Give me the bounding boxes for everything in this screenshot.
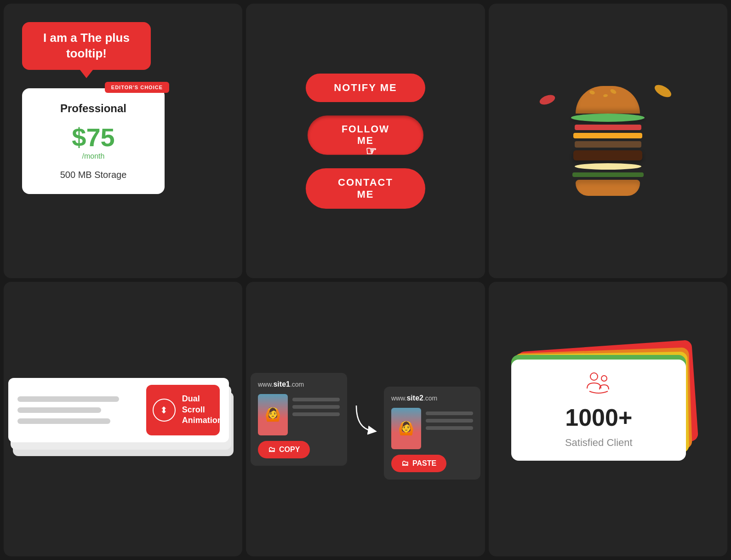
arrow-svg xyxy=(352,401,379,438)
copy-button[interactable]: 🗂 COPY xyxy=(258,441,310,458)
site1-url-post: .com xyxy=(290,381,304,388)
site2-url-post: .com xyxy=(423,394,437,402)
panel-tooltip-pricing: I am a The plus tooltip! EDITOR'S CHOICE… xyxy=(4,4,242,278)
site1-line-2 xyxy=(292,405,340,409)
burger-lettuce xyxy=(571,114,645,122)
svg-point-0 xyxy=(590,373,598,380)
copy-paste-wrapper: www.site1.com 🙆 🗂 COPY xyxy=(251,359,480,480)
follow-me-button[interactable]: FOLLOW ME ☞ xyxy=(308,115,423,154)
scroll-action-text: Dual Scroll Animation xyxy=(182,394,223,426)
panel-copy-paste: www.site1.com 🙆 🗂 COPY xyxy=(246,282,485,556)
site1-person-icon: 🙆 xyxy=(258,394,288,435)
site1-url: www.site1.com xyxy=(258,380,340,389)
site2-line-3 xyxy=(426,426,473,430)
site2-mockup: www.site2.com 🙆 🗂 PASTE xyxy=(384,387,480,480)
site2-url-pre: www. xyxy=(391,394,406,402)
burger-veggie-accent xyxy=(653,82,674,99)
stacked-cards: 1000+ Satisfied Client xyxy=(511,346,704,493)
stat-card-white: 1000+ Satisfied Client xyxy=(511,360,686,461)
scroll-line-3 xyxy=(17,418,111,424)
panel-stats: 1000+ Satisfied Client xyxy=(489,282,727,556)
copy-paste-arrow xyxy=(352,396,379,442)
burger-patty xyxy=(573,150,642,160)
site2-url-bold: site2 xyxy=(406,394,423,402)
stat-people-icon xyxy=(585,371,612,394)
site2-line-2 xyxy=(426,419,473,423)
burger-green-layer xyxy=(572,172,644,177)
site2-person-icon: 🙆 xyxy=(391,408,421,449)
notify-me-button[interactable]: NOTIFY ME xyxy=(306,74,425,102)
scroll-line-2 xyxy=(17,407,101,413)
contact-me-button[interactable]: CONTACT ME xyxy=(306,168,425,209)
copy-icon: 🗂 xyxy=(268,446,275,454)
scroll-arrows-icon: ⬍ xyxy=(160,405,168,416)
site2-line-1 xyxy=(426,411,473,415)
burger-bun-bottom xyxy=(576,180,640,196)
paste-button[interactable]: 🗂 PASTE xyxy=(391,455,446,472)
paste-label: PASTE xyxy=(412,459,436,468)
burger-visual xyxy=(571,86,645,196)
site1-mockup: www.site1.com 🙆 🗂 COPY xyxy=(251,373,347,466)
site2-url: www.site2.com xyxy=(391,394,473,402)
burger-tomato xyxy=(575,125,641,130)
site1-url-bold: site1 xyxy=(273,380,290,388)
stat-number: 1000+ xyxy=(565,404,632,431)
site2-image: 🙆 xyxy=(391,408,421,449)
scroll-icon: ⬍ xyxy=(153,399,176,422)
panel-dual-scroll: ⬍ Dual Scroll Animation xyxy=(4,282,242,556)
scroll-content-lines xyxy=(17,396,137,424)
pricing-feature: 500 MB Storage xyxy=(40,170,146,180)
site1-lines xyxy=(292,398,340,416)
scroll-cards-stack: ⬍ Dual Scroll Animation xyxy=(8,378,238,461)
copy-label: COPY xyxy=(279,446,300,454)
tooltip-text: I am a The plus tooltip! xyxy=(43,31,130,60)
paste-icon: 🗂 xyxy=(401,459,409,468)
stat-icon xyxy=(585,371,612,398)
pricing-title: Professional xyxy=(40,102,146,115)
site1-line-3 xyxy=(292,412,340,416)
burger-mushroom xyxy=(575,141,641,148)
pricing-period: /month xyxy=(40,152,146,160)
cursor-icon: ☞ xyxy=(366,143,377,158)
burger-bun-top xyxy=(576,86,640,114)
pricing-amount: $75 xyxy=(40,122,146,152)
burger-egg xyxy=(575,163,641,170)
site1-url-pre: www. xyxy=(258,381,273,388)
editors-choice-badge: EDITOR'S CHOICE xyxy=(105,82,169,93)
burger-tomato-accent xyxy=(538,93,556,107)
site1-content: 🙆 xyxy=(258,394,340,435)
site1-line-1 xyxy=(292,398,340,401)
site2-lines xyxy=(426,411,473,430)
stat-label: Satisfied Client xyxy=(565,437,633,449)
site1-image: 🙆 xyxy=(258,394,288,435)
scroll-action-box: ⬍ Dual Scroll Animation xyxy=(146,385,220,435)
scroll-line-1 xyxy=(17,396,119,402)
burger-cheese xyxy=(573,133,642,138)
svg-point-1 xyxy=(601,376,607,381)
site2-content: 🙆 xyxy=(391,408,473,449)
scroll-card-front: ⬍ Dual Scroll Animation xyxy=(8,378,229,442)
tooltip-bubble: I am a The plus tooltip! xyxy=(22,22,151,70)
panel-buttons: NOTIFY ME FOLLOW ME ☞ CONTACT ME xyxy=(246,4,485,278)
panel-burger xyxy=(489,4,727,278)
pricing-card: EDITOR'S CHOICE Professional $75 /month … xyxy=(22,88,165,194)
